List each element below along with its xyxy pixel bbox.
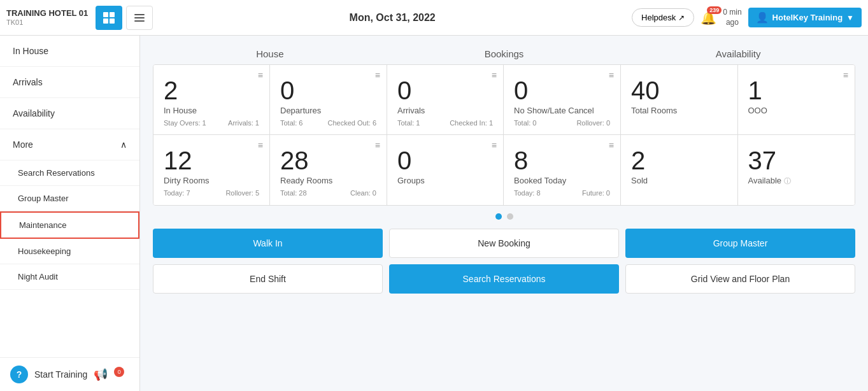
- chevron-down-icon: ▼: [846, 13, 854, 22]
- card-in-house-number: 2: [164, 78, 259, 103]
- sidebar-sub-search-reservations[interactable]: Search Reservations: [0, 160, 139, 186]
- grid-view-floor-plan-button[interactable]: Grid View and Floor Plan: [625, 264, 855, 294]
- card-ready-rooms-sub: Total: 28 Clean: 0: [280, 189, 376, 197]
- booking-cards: ≡ 0 Arrivals Total: 1 Checked In: 1 ≡ 0 …: [387, 65, 621, 205]
- card-booked-today[interactable]: ≡ 8 Booked Today Today: 8 Future: 0: [504, 135, 620, 205]
- card-arrivals[interactable]: ≡ 0 Arrivals Total: 1 Checked In: 1: [387, 65, 504, 135]
- card-total-rooms-number: 40: [631, 78, 727, 103]
- card-arrivals-number: 0: [397, 78, 493, 103]
- dot-2[interactable]: [507, 213, 513, 220]
- card-departures-label: Departures: [280, 106, 376, 115]
- section-house: House: [153, 48, 387, 59]
- sidebar-sub-night-audit[interactable]: Night Audit: [0, 264, 139, 290]
- card-no-show[interactable]: ≡ 0 No Show/Late Cancel Total: 0 Rollove…: [504, 65, 620, 135]
- megaphone-icon: 📢: [94, 367, 108, 381]
- megaphone-badge: 0: [114, 367, 124, 377]
- dot-1[interactable]: [495, 213, 502, 220]
- filter-icon[interactable]: ≡: [375, 140, 380, 150]
- card-sold-label: Sold: [631, 176, 727, 185]
- card-departures-number: 0: [280, 78, 376, 103]
- chevron-up-icon: ∧: [120, 139, 127, 150]
- card-groups-number: 0: [397, 148, 493, 173]
- grid-view-button[interactable]: [96, 6, 122, 30]
- time-ago-value: 0 min: [723, 8, 741, 18]
- new-booking-button[interactable]: New Booking: [389, 229, 619, 258]
- end-shift-button[interactable]: End Shift: [153, 264, 383, 294]
- card-in-house-sub: Stay Overs: 1 Arrivals: 1: [164, 119, 259, 127]
- hotel-name: TRAINING HOTEL 01: [6, 8, 88, 18]
- card-ready-rooms[interactable]: ≡ 28 Ready Rooms Total: 28 Clean: 0: [270, 135, 387, 205]
- card-total-rooms-label: Total Rooms: [631, 106, 727, 115]
- card-groups-label: Groups: [397, 176, 493, 185]
- card-sold-number: 2: [631, 148, 727, 173]
- card-no-show-sub: Total: 0 Rollover: 0: [514, 119, 610, 127]
- card-ooo-number: 1: [748, 78, 845, 103]
- filter-icon[interactable]: ≡: [609, 70, 614, 80]
- section-availability: Availability: [621, 48, 855, 59]
- card-available-label: Available ⓘ: [748, 176, 845, 186]
- sidebar-item-more[interactable]: More ∧: [0, 129, 139, 160]
- filter-icon[interactable]: ≡: [609, 140, 614, 150]
- card-departures[interactable]: ≡ 0 Departures Total: 6 Checked Out: 6: [270, 65, 387, 135]
- sidebar: In House Arrivals Availability More ∧ Se…: [0, 36, 140, 391]
- availability-cards: 40 Total Rooms ≡ 1 OOO 2 Sold 37 Availab…: [621, 65, 855, 205]
- card-arrivals-label: Arrivals: [397, 106, 493, 115]
- sidebar-footer: ? Start Training 📢 0: [0, 357, 139, 391]
- card-dirty-rooms-number: 12: [164, 148, 259, 173]
- hamburger-icon: [134, 14, 145, 22]
- card-dirty-rooms-label: Dirty Rooms: [164, 176, 259, 185]
- header-date: Mon, Oct 31, 2022: [153, 12, 632, 24]
- sidebar-sub-group-master[interactable]: Group Master: [0, 186, 139, 211]
- user-button[interactable]: 👤 HotelKey Training ▼: [748, 8, 862, 27]
- card-sold[interactable]: 2 Sold: [621, 135, 738, 205]
- time-ago-suffix: ago: [723, 18, 741, 28]
- user-name: HotelKey Training: [772, 13, 843, 22]
- card-dirty-rooms[interactable]: ≡ 12 Dirty Rooms Today: 7 Rollover: 5: [153, 135, 270, 205]
- notification-button[interactable]: 🔔 239: [701, 10, 716, 25]
- filter-icon[interactable]: ≡: [843, 70, 848, 80]
- menu-button[interactable]: [126, 6, 153, 30]
- help-icon[interactable]: ?: [10, 366, 28, 383]
- card-in-house-label: In House: [164, 106, 259, 115]
- card-in-house[interactable]: ≡ 2 In House Stay Overs: 1 Arrivals: 1: [153, 65, 270, 135]
- filter-icon[interactable]: ≡: [258, 70, 263, 80]
- card-total-rooms[interactable]: 40 Total Rooms: [621, 65, 738, 135]
- start-training-label: Start Training: [34, 369, 87, 380]
- card-booked-today-number: 8: [514, 148, 610, 173]
- sidebar-item-in-house[interactable]: In House: [0, 36, 139, 67]
- main-content: House Bookings Availability ≡ 2 In House…: [140, 36, 868, 391]
- card-available[interactable]: 37 Available ⓘ: [738, 135, 855, 205]
- action-buttons: Walk In New Booking Group Master End Shi…: [153, 229, 855, 294]
- walk-in-button[interactable]: Walk In: [153, 229, 383, 258]
- helpdesk-button[interactable]: Helpdesk ↗: [632, 8, 694, 27]
- card-groups[interactable]: ≡ 0 Groups: [387, 135, 504, 205]
- card-no-show-number: 0: [514, 78, 610, 103]
- card-booked-today-sub: Today: 8 Future: 0: [514, 189, 610, 197]
- card-booked-today-label: Booked Today: [514, 176, 610, 185]
- main-layout: In House Arrivals Availability More ∧ Se…: [0, 36, 868, 391]
- hotel-logo: TRAINING HOTEL 01 TK01: [6, 8, 88, 27]
- section-bookings: Bookings: [387, 48, 622, 59]
- filter-icon[interactable]: ≡: [258, 140, 263, 150]
- filter-icon[interactable]: ≡: [492, 140, 497, 150]
- card-ready-rooms-label: Ready Rooms: [280, 176, 376, 185]
- search-reservations-button[interactable]: Search Reservations: [389, 264, 619, 294]
- grid-icon: [103, 12, 115, 24]
- header: TRAINING HOTEL 01 TK01 Mon, Oct 31, 2022…: [0, 0, 868, 36]
- pagination-dots: [153, 213, 855, 220]
- card-ooo-label: OOO: [748, 106, 845, 115]
- filter-icon[interactable]: ≡: [375, 70, 380, 80]
- group-master-button[interactable]: Group Master: [625, 229, 855, 258]
- filter-icon[interactable]: ≡: [492, 70, 497, 80]
- card-ooo[interactable]: ≡ 1 OOO: [738, 65, 855, 135]
- notification-badge: 239: [707, 6, 722, 14]
- sidebar-sub-housekeeping[interactable]: Housekeeping: [0, 239, 139, 264]
- helpdesk-label: Helpdesk: [641, 13, 676, 22]
- dashboard-header: House Bookings Availability: [153, 48, 855, 59]
- sidebar-item-availability[interactable]: Availability: [0, 98, 139, 129]
- card-arrivals-sub: Total: 1 Checked In: 1: [397, 119, 493, 127]
- external-link-icon: ↗: [678, 13, 685, 22]
- sidebar-item-arrivals[interactable]: Arrivals: [0, 67, 139, 98]
- house-cards: ≡ 2 In House Stay Overs: 1 Arrivals: 1 ≡…: [153, 65, 387, 205]
- sidebar-sub-maintenance[interactable]: Maintenance: [0, 211, 139, 239]
